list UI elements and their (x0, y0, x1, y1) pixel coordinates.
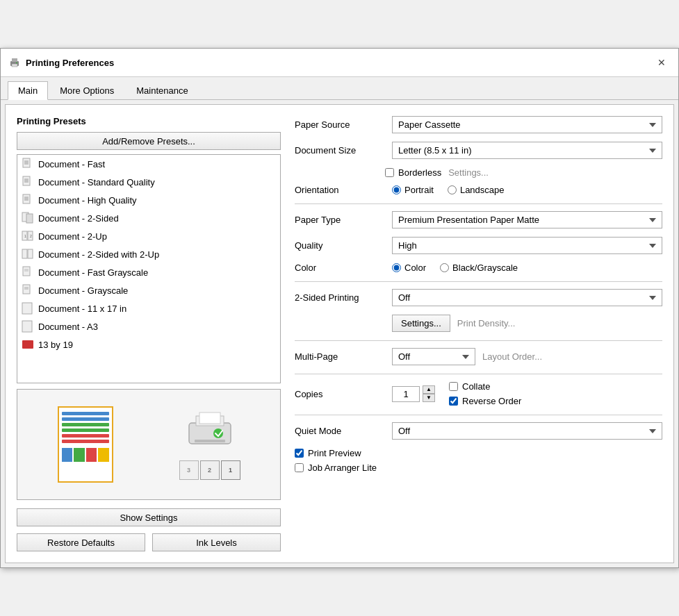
tab-maintenance[interactable]: Maintenance (126, 81, 198, 99)
divider-5 (295, 415, 662, 415)
close-button[interactable]: ✕ (653, 54, 670, 71)
quiet-mode-select[interactable]: Off (392, 422, 662, 440)
multipage-select[interactable]: Off (392, 348, 475, 365)
document-size-select[interactable]: Letter (8.5 x 11 in) (392, 142, 662, 159)
list-item[interactable]: Document - 11 x 17 in (17, 299, 280, 317)
paper-source-control: Paper Cassette (392, 116, 662, 133)
bw-radio[interactable] (440, 263, 449, 272)
two-sided-select[interactable]: Off (392, 289, 662, 306)
svg-rect-1 (12, 58, 17, 62)
list-item[interactable]: Document - A3 (17, 317, 280, 335)
divider-1 (295, 203, 662, 204)
borderless-row: Borderless Settings... (385, 167, 662, 178)
document-preview (58, 406, 113, 483)
preset-label: Document - 2-Sided (38, 213, 119, 224)
portrait-radio[interactable] (392, 185, 401, 194)
bw-radio-label[interactable]: Black/Grayscale (440, 263, 518, 273)
quiet-mode-row: Quiet Mode Off (295, 422, 662, 440)
svg-rect-22 (22, 249, 27, 258)
color-control: Color Black/Grayscale (392, 263, 662, 273)
preset-label: 13 by 19 (38, 340, 73, 350)
tab-more-options[interactable]: More Options (49, 81, 124, 99)
preset-fastgray-icon (22, 266, 34, 278)
orientation-row: Orientation Portrait Landscape (295, 185, 662, 195)
list-item[interactable]: Document - 2-Sided (17, 209, 280, 227)
portrait-radio-label[interactable]: Portrait (392, 185, 434, 195)
list-item[interactable]: Document - Fast Grayscale (17, 263, 280, 281)
orientation-control: Portrait Landscape (392, 185, 662, 195)
color-option-label: Color (404, 263, 426, 273)
preset-label: Document - 2-Sided with 2-Up (38, 249, 159, 260)
color-radio[interactable] (392, 263, 401, 272)
preset-a3-icon (22, 320, 34, 333)
job-arranger-checkbox[interactable] (295, 463, 304, 472)
landscape-radio-label[interactable]: Landscape (448, 185, 505, 195)
svg-rect-30 (22, 303, 32, 314)
tab-main[interactable]: Main (8, 81, 48, 100)
paper-type-label: Paper Type (295, 215, 385, 225)
left-panel: Printing Presets Add/Remove Presets... D… (17, 116, 281, 551)
preset-label: Document - Standard Quality (38, 177, 155, 188)
settings-density-row: Settings... Print Density... (392, 315, 662, 332)
job-arranger-label[interactable]: Job Arranger Lite (295, 463, 662, 473)
paper-type-select[interactable]: Premium Presentation Paper Matte (392, 211, 662, 228)
spin-up-button[interactable]: ▲ (423, 385, 435, 394)
copies-spinner-group: ▲ ▼ (392, 385, 435, 402)
job-arranger-label-text: Job Arranger Lite (308, 463, 377, 473)
borderless-checkbox[interactable] (385, 168, 394, 177)
list-item[interactable]: Document - Standard Quality (17, 173, 280, 191)
list-item[interactable]: Document - High Quality (17, 191, 280, 209)
bw-option-label: Black/Grayscale (452, 263, 518, 273)
preset-2sided2up-icon (22, 248, 34, 260)
svg-rect-2 (12, 64, 17, 67)
reverse-order-label[interactable]: Reverse Order (449, 396, 521, 406)
paper-source-select[interactable]: Paper Cassette (392, 116, 662, 133)
collate-checkbox[interactable] (449, 382, 458, 391)
copies-row: Copies ▲ ▼ Colla (295, 381, 662, 406)
preset-11x17-icon (22, 302, 34, 315)
print-preview-label[interactable]: Print Preview (295, 448, 662, 458)
borderless-label[interactable]: Borderless (398, 167, 441, 178)
quality-select[interactable]: High (392, 237, 662, 254)
list-item[interactable]: 13 by 19 (17, 335, 280, 353)
spin-down-button[interactable]: ▼ (423, 394, 435, 402)
two-sided-settings-button[interactable]: Settings... (392, 315, 450, 332)
quiet-mode-label: Quiet Mode (295, 426, 385, 436)
layout-order-button[interactable]: Layout Order... (482, 351, 542, 362)
print-preview-label-text: Print Preview (308, 448, 361, 458)
preset-label: Document - Fast (38, 159, 105, 169)
preview-area: 3 2 1 (17, 389, 281, 500)
document-size-label: Document Size (295, 145, 385, 156)
copies-control: ▲ ▼ Collate Reverse Order (392, 381, 662, 406)
svg-rect-32 (22, 340, 33, 349)
borderless-settings-link[interactable]: Settings... (448, 167, 489, 178)
collate-label[interactable]: Collate (449, 381, 521, 392)
printing-presets-title: Printing Presets (17, 116, 281, 126)
list-item[interactable]: Document - Fast (17, 155, 280, 173)
preset-label: Document - Grayscale (38, 285, 128, 296)
right-panel: Paper Source Paper Cassette Document Siz… (295, 116, 662, 551)
copies-checkbox-group: Collate Reverse Order (449, 381, 521, 406)
add-remove-presets-button[interactable]: Add/Remove Presets... (17, 132, 281, 150)
print-preview-checkbox[interactable] (295, 449, 304, 458)
color-radio-label[interactable]: Color (392, 263, 426, 273)
list-item[interactable]: 12 Document - 2-Up (17, 227, 280, 245)
reverse-order-checkbox[interactable] (449, 397, 458, 406)
print-density-button[interactable]: Print Density... (457, 315, 516, 332)
preset-2up-icon: 12 (22, 230, 34, 242)
printer-preview-svg (182, 409, 238, 458)
list-item[interactable]: Document - 2-Sided with 2-Up (17, 245, 280, 263)
portrait-label: Portrait (404, 185, 434, 195)
svg-rect-23 (28, 249, 33, 258)
ink-levels-button[interactable]: Ink Levels (152, 533, 281, 551)
restore-defaults-button[interactable]: Restore Defaults (17, 533, 145, 551)
svg-text:1: 1 (24, 234, 26, 238)
list-item[interactable]: Document - Grayscale (17, 281, 280, 299)
copies-input[interactable] (392, 386, 420, 402)
bottom-checkboxes: Print Preview Job Arranger Lite (295, 448, 662, 473)
landscape-radio[interactable] (448, 185, 457, 194)
show-settings-button[interactable]: Show Settings (17, 508, 281, 526)
svg-rect-37 (195, 440, 225, 442)
main-window: Printing Preferences ✕ Main More Options… (0, 48, 679, 568)
preset-label: Document - A3 (38, 322, 98, 332)
